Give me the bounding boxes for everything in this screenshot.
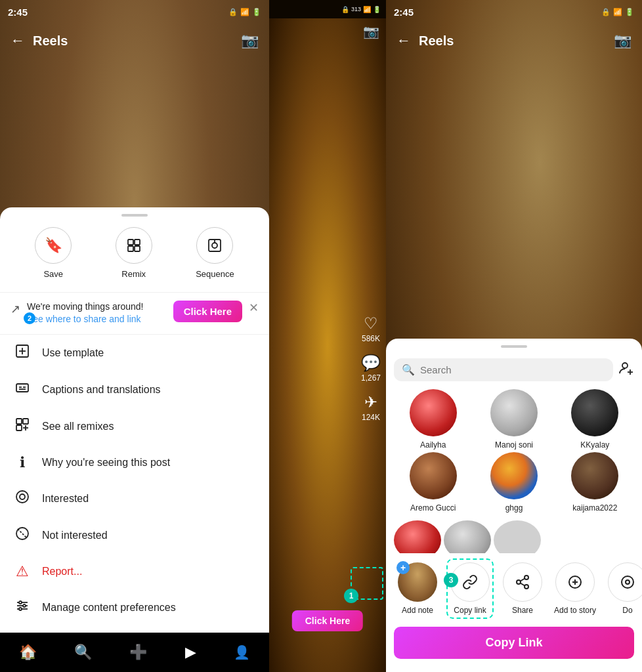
svg-rect-16 [16, 425, 22, 430]
svg-rect-10 [16, 384, 28, 392]
status-bar-right: 2:45 🔒📶🔋 [386, 0, 642, 24]
user-item-manoj[interactable]: Manoj soni [475, 389, 553, 450]
camera-button-right[interactable]: 📷 [614, 32, 631, 49]
reel-camera-button[interactable]: 📷 [363, 24, 379, 39]
notice-line1: We're moving things around! [27, 301, 144, 312]
share-copy-link[interactable]: Copy link [446, 558, 494, 619]
copy-link-button[interactable]: Copy Link [394, 627, 634, 659]
svg-point-28 [19, 608, 22, 610]
middle-status-icons: 🔒313📶🔋 [341, 6, 381, 13]
user-item-aremo[interactable]: Aremo Gucci [394, 452, 472, 513]
svg-point-33 [517, 580, 521, 584]
nav-search[interactable]: 🔍 [74, 644, 92, 661]
status-time-right: 2:45 [394, 7, 414, 18]
sheet-handle-right [501, 345, 527, 348]
back-button-right[interactable]: ← [396, 32, 411, 49]
share-add-to-story[interactable]: Add to story [551, 562, 599, 615]
menu-item-see-remixes[interactable]: See all remixes [0, 408, 269, 445]
sequence-action[interactable]: Sequence [196, 227, 234, 279]
see-remixes-label: See all remixes [42, 421, 114, 432]
back-button-left[interactable]: ← [11, 32, 25, 49]
reel-share[interactable]: ✈ 124K [362, 393, 380, 422]
bottom-sheet-right: 🔍 Aailyha Manoj soni [386, 339, 642, 672]
share-do[interactable]: Do [604, 562, 642, 615]
top-nav-left: ← Reels 📷 [0, 24, 269, 58]
notice-close-icon[interactable]: ✕ [249, 301, 259, 315]
user-item-kaijama[interactable]: kaijama2022 [556, 452, 634, 513]
svg-point-27 [23, 604, 26, 607]
camera-button-left[interactable]: 📷 [241, 32, 259, 49]
add-contact-button[interactable] [618, 360, 634, 379]
nav-reels[interactable]: ▶ [185, 644, 196, 661]
do-icon-circle [608, 562, 642, 602]
menu-item-not-interested[interactable]: Not interested [0, 517, 269, 554]
notice-text: We're moving things around! See where to… [27, 301, 167, 326]
circle-badge-1: 1 [344, 589, 358, 603]
bottom-nav-left: 🏠 🔍 ➕ ▶ 👤 [0, 633, 269, 672]
svg-point-34 [524, 585, 528, 589]
user-grid: Aailyha Manoj soni KKyalay Aremo Gucci g… [386, 389, 642, 513]
save-action[interactable]: 🔖 Save [35, 227, 72, 279]
nav-add[interactable]: ➕ [129, 644, 147, 661]
user-avatar-aremo [410, 452, 457, 499]
menu-item-captions[interactable]: Captions and translations [0, 371, 269, 408]
top-nav-right: ← Reels 📷 [386, 24, 642, 58]
search-bar[interactable]: 🔍 [394, 358, 613, 381]
nav-profile[interactable]: 👤 [234, 644, 250, 660]
see-remixes-icon [13, 417, 32, 436]
svg-rect-14 [16, 419, 22, 424]
share-label: Share [512, 606, 533, 615]
do-label: Do [622, 606, 632, 615]
like-count: 586K [362, 334, 380, 343]
user-item-kkyalay[interactable]: KKyalay [556, 389, 634, 450]
svg-point-19 [16, 491, 28, 503]
comment-icon: 💬 [361, 354, 381, 372]
action-icons-row: 🔖 Save Remix [0, 227, 269, 293]
why-seeing-label: Why you're seeing this post [42, 457, 170, 469]
click-here-button-notice[interactable]: Click Here [173, 301, 242, 322]
report-icon: ⚠ [13, 563, 32, 580]
reel-actions: ♡ 586K 💬 1,267 ✈ 124K [361, 314, 381, 422]
notice-line2[interactable]: See where to share and link [27, 314, 141, 324]
search-input[interactable] [420, 364, 605, 375]
svg-point-40 [622, 576, 633, 588]
share-share-icon-circle [503, 562, 542, 602]
report-label: Report... [42, 566, 82, 578]
remix-action[interactable]: Remix [116, 227, 152, 279]
nav-title-right: Reels [419, 33, 454, 49]
nav-home[interactable]: 🏠 [19, 644, 37, 661]
share-icon-reel: ✈ [364, 393, 377, 411]
svg-line-22 [18, 529, 27, 538]
share-count: 124K [362, 413, 380, 422]
share-add-note[interactable]: + Add note [394, 562, 441, 615]
notice-icon: ↗ [11, 302, 20, 316]
svg-point-32 [524, 576, 528, 579]
captions-icon [13, 381, 32, 399]
circle-badge-3: 3 [444, 573, 458, 587]
bottom-sheet-left: 🔖 Save Remix [0, 207, 269, 633]
menu-item-report[interactable]: ⚠ Report... [0, 554, 269, 589]
svg-point-41 [626, 580, 630, 584]
partial-user-1 [394, 520, 441, 553]
sheet-handle-left [121, 214, 148, 217]
user-item-ghgg[interactable]: ghgg [475, 452, 553, 513]
notice-banner: ↗ We're moving things around! See where … [0, 293, 269, 335]
why-seeing-icon: ℹ [13, 454, 32, 471]
user-avatar-kaijama [571, 452, 618, 499]
user-name-kkyalay: KKyalay [580, 440, 609, 450]
menu-item-interested[interactable]: Interested [0, 480, 269, 517]
captions-label: Captions and translations [42, 384, 161, 396]
menu-item-use-template[interactable]: Use template [0, 335, 269, 371]
menu-item-why-seeing[interactable]: ℹ Why you're seeing this post [0, 445, 269, 480]
svg-rect-2 [128, 246, 133, 251]
user-name-kaijama: kaijama2022 [572, 503, 617, 513]
reel-comment[interactable]: 💬 1,267 [361, 354, 381, 383]
manage-prefs-label: Manage content preferences [42, 602, 176, 614]
menu-item-manage-prefs[interactable]: Manage content preferences [0, 589, 269, 626]
remix-label: Remix [121, 269, 146, 279]
click-here-button-middle[interactable]: Click Here [292, 610, 363, 631]
sequence-label: Sequence [196, 269, 234, 279]
reel-like[interactable]: ♡ 586K [362, 314, 380, 343]
user-item-aailyha[interactable]: Aailyha [394, 389, 472, 450]
share-share[interactable]: Share [499, 562, 546, 615]
